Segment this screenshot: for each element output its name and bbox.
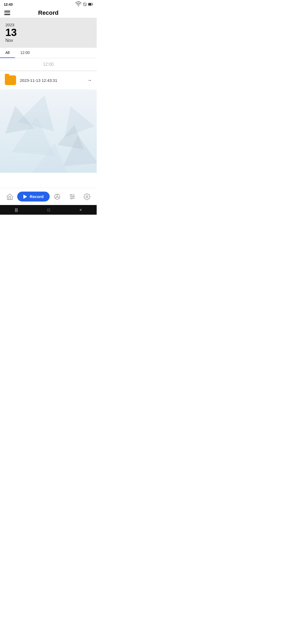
nav-record-label: Record <box>30 194 44 199</box>
bottom-nav: Record <box>0 188 97 205</box>
tabs-bar: All 12:00 <box>0 48 97 58</box>
folder-icon <box>5 75 16 85</box>
svg-point-7 <box>56 196 58 197</box>
tab-all[interactable]: All <box>0 48 15 58</box>
svg-point-15 <box>73 196 74 197</box>
time-group-label: 12:00 <box>0 58 97 71</box>
home-icon <box>6 193 13 200</box>
system-nav-bar: ||| □ < <box>0 205 97 215</box>
record-list: 2023-11-13 12:43:31 → <box>0 71 97 90</box>
date-day: 13 <box>5 27 91 38</box>
svg-line-10 <box>58 197 60 198</box>
record-timestamp: 2023-11-13 12:43:31 <box>20 78 87 83</box>
svg-point-14 <box>70 194 71 195</box>
svg-point-0 <box>78 6 79 6</box>
decorative-triangle-7 <box>30 141 75 173</box>
nav-record-button[interactable]: Record <box>17 192 50 202</box>
svg-line-2 <box>84 3 86 5</box>
recent-apps-button[interactable]: ||| <box>15 208 18 212</box>
play-icon <box>23 195 27 199</box>
status-time: 12:43 <box>4 2 13 6</box>
status-bar: 12:43 <box>0 0 97 8</box>
header: Record <box>0 8 97 18</box>
battery-icon <box>88 3 93 6</box>
date-year: 2023 <box>5 23 91 27</box>
wifi-icon <box>75 1 82 8</box>
date-month: Nov <box>5 38 91 43</box>
home-button[interactable]: □ <box>48 208 50 212</box>
arrow-right-icon: → <box>87 78 92 83</box>
tab-1200[interactable]: 12:00 <box>15 48 35 58</box>
filter-icon <box>69 193 76 200</box>
svg-rect-4 <box>89 3 92 5</box>
record-item[interactable]: 2023-11-13 12:43:31 → <box>4 71 93 90</box>
nav-home[interactable] <box>2 193 17 200</box>
nav-settings[interactable] <box>79 193 95 200</box>
gear-icon <box>84 193 90 200</box>
page-title: Record <box>38 9 59 16</box>
date-section: 2023 13 Nov <box>0 18 97 48</box>
svg-rect-5 <box>93 4 93 5</box>
back-button[interactable]: < <box>79 208 82 212</box>
svg-point-16 <box>71 198 72 199</box>
bg-decoration <box>0 90 97 173</box>
svg-line-9 <box>55 197 56 198</box>
menu-icon[interactable] <box>4 11 10 15</box>
svg-point-17 <box>86 196 88 197</box>
no-sign-icon <box>83 2 87 6</box>
status-icons <box>75 1 93 8</box>
nav-filter[interactable] <box>65 193 80 200</box>
steering-wheel-icon <box>54 193 61 200</box>
nav-driving[interactable] <box>50 193 65 200</box>
